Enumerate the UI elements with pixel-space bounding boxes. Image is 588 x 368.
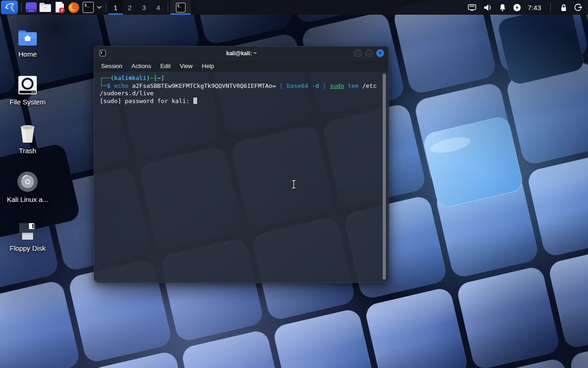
terminal-text: | [322, 82, 326, 89]
app-window-icon[interactable] [24, 0, 38, 15]
terminal-text: /etc [359, 82, 377, 89]
terminal-text: -d [312, 82, 319, 89]
terminal-glyph: $_ [83, 2, 94, 13]
terminal-text: └─ [100, 82, 107, 89]
terminal-text: ] [161, 75, 164, 81]
terminal-text: kali [114, 75, 128, 81]
terminal-text [326, 82, 330, 89]
window-titlebar[interactable]: kali@kali: ~ ✕ [94, 46, 389, 60]
maximize-button[interactable] [365, 49, 373, 57]
terminal-text [283, 82, 287, 89]
close-button[interactable]: ✕ [376, 49, 384, 57]
terminal-text: echo [114, 82, 128, 89]
menu-edit[interactable]: Edit [156, 61, 175, 71]
terminal-viewport[interactable]: ┌──(kali⊛kali)-[~]└─$ echo a2FsaSBBTEw9K… [94, 72, 389, 283]
separator [21, 3, 22, 12]
terminal-text: tee [348, 82, 358, 89]
trash-icon [18, 122, 37, 144]
separator [106, 3, 106, 12]
terminal-text [308, 82, 312, 89]
workspace-4[interactable]: 4 [151, 0, 165, 15]
terminal-text: a2FsaSBBTEw9KEFMTCkgTk9QQVNTV0Q6IEFMTAo= [129, 82, 280, 89]
terminal-text: [sudo] password for kali: [100, 98, 193, 104]
lock-icon[interactable] [560, 4, 567, 12]
desktop-icon-label: File System [10, 98, 45, 106]
desktop-icon-floppy[interactable]: Floppy Disk [6, 220, 50, 252]
terminal-text: ┌──( [100, 75, 114, 81]
separator [550, 3, 551, 12]
desktop-icon-label: Home [18, 50, 37, 58]
notifications-icon[interactable] [499, 4, 506, 12]
workspace-3[interactable]: 3 [137, 0, 151, 15]
desktop-icon-trash[interactable]: Trash [6, 122, 50, 155]
desktop-icon-label: Floppy Disk [10, 244, 45, 252]
chevron-down-icon[interactable] [95, 0, 103, 15]
menu-help[interactable]: Help [198, 61, 218, 71]
workspace-2[interactable]: 2 [123, 0, 137, 15]
power-manager-icon[interactable] [513, 4, 521, 12]
menu-session[interactable]: Session [97, 61, 126, 71]
terminal-line: /sudoers.d/live [100, 90, 383, 98]
terminal-output: ┌──(kali⊛kali)-[~]└─$ echo a2FsaSBBTEw9K… [100, 75, 383, 105]
desktop-icon-label: Trash [19, 147, 36, 155]
terminal-icon: $_ [176, 3, 186, 12]
terminal-text: )-[ [147, 75, 157, 81]
text-editor-icon[interactable] [52, 0, 67, 15]
network-icon[interactable] [468, 4, 476, 12]
mouse-cursor-ibeam [290, 179, 297, 191]
folder-home-icon [17, 26, 38, 47]
terminal-text: kali [132, 75, 146, 81]
clock[interactable]: 7:43 [528, 4, 541, 12]
top-panel: $_ 1 2 3 4 $_ [0, 0, 588, 15]
window-menubar: Session Actions Edit View Help [94, 60, 389, 72]
desktop-icon-kali-cd[interactable]: Kali Linux a... [6, 171, 50, 203]
terminal-icon[interactable]: $_ [81, 0, 95, 15]
floppy-icon [18, 220, 37, 241]
volume-icon[interactable] [483, 4, 492, 12]
terminal-line: ┌──(kali⊛kali)-[~] [100, 75, 383, 82]
drive-icon [18, 74, 37, 95]
desktop-icon-label: Kali Linux a... [7, 196, 48, 203]
scrollbar-thumb[interactable] [383, 74, 386, 280]
desktop-icon-home[interactable]: Home [6, 26, 50, 58]
desktop: Home File System Trash [0, 0, 588, 368]
workspace-1[interactable]: 1 [108, 0, 123, 15]
window-title: kali@kali: ~ [94, 50, 389, 57]
file-manager-icon[interactable] [38, 0, 52, 15]
terminal-cursor [193, 98, 197, 104]
terminal-line: └─$ echo a2FsaSBBTEw9KEFMTCkgTk9QQVNTV0Q… [100, 82, 383, 90]
kali-logo-icon[interactable] [1, 0, 18, 14]
terminal-text: sudo [330, 82, 344, 89]
menu-actions[interactable]: Actions [127, 61, 155, 71]
desktop-icon-file-system[interactable]: File System [6, 74, 50, 106]
logout-icon[interactable] [574, 3, 582, 12]
terminal-text [344, 82, 348, 89]
terminal-text: ~ [157, 75, 161, 81]
terminal-line: [sudo] password for kali: [100, 98, 383, 105]
terminal-icon [99, 50, 106, 58]
terminal-text: base64 [287, 82, 308, 89]
separator [168, 3, 168, 12]
cd-disc-icon [17, 171, 38, 192]
taskbar-terminal-button[interactable]: $_ [170, 0, 191, 15]
terminal-window: kali@kali: ~ ✕ Session Actions Edit View… [94, 46, 389, 283]
terminal-text: | [279, 82, 283, 89]
firefox-icon[interactable] [67, 0, 81, 15]
minimize-button[interactable] [354, 49, 362, 57]
menu-view[interactable]: View [175, 61, 197, 71]
terminal-text: /sudoers.d/live [100, 90, 153, 97]
